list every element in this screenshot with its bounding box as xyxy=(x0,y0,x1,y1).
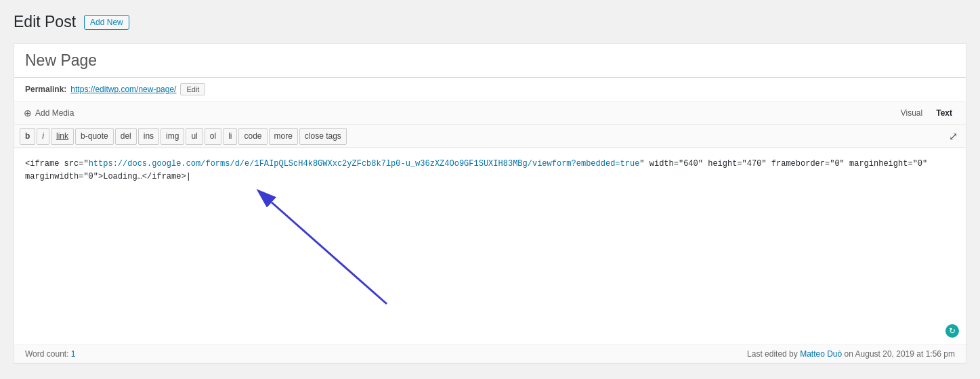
format-ol-button[interactable]: ol xyxy=(205,128,221,145)
editor-name: Matteo Duò xyxy=(800,349,842,359)
format-bold-button[interactable]: b xyxy=(20,128,35,145)
word-count: Word count: 1 xyxy=(25,349,76,359)
svg-line-1 xyxy=(272,202,387,304)
tab-text[interactable]: Text xyxy=(929,106,959,120)
format-ins-button[interactable]: ins xyxy=(138,128,159,145)
scroll-indicator: ↻ xyxy=(945,324,959,338)
add-media-icon: ⊕ xyxy=(24,108,32,118)
toolbar-top: ⊕ Add Media Visual Text xyxy=(14,102,966,125)
last-edited-suffix: on August 20, 2019 at 1:56 pm xyxy=(845,349,955,359)
word-count-value: 1 xyxy=(71,349,76,359)
format-li-button[interactable]: li xyxy=(223,128,237,145)
code-content: <iframe src="https://docs.google.com/for… xyxy=(25,158,955,183)
view-tabs: Visual Text xyxy=(894,106,959,120)
permalink-edit-button[interactable]: Edit xyxy=(180,83,205,95)
format-more-button[interactable]: more xyxy=(269,128,298,145)
format-bquote-button[interactable]: b-quote xyxy=(75,128,114,145)
add-media-label: Add Media xyxy=(35,108,74,118)
format-ul-button[interactable]: ul xyxy=(186,128,203,145)
last-edited: Last edited by Matteo Duò on August 20, … xyxy=(747,349,955,359)
word-count-label: Word count: xyxy=(25,349,68,359)
format-link-button[interactable]: link xyxy=(51,128,74,145)
format-toolbar: b i link b-quote del ins img ul ol li co… xyxy=(14,125,966,148)
format-italic-button[interactable]: i xyxy=(37,128,49,145)
post-title-input[interactable] xyxy=(14,44,966,78)
toolbar-wrapper: ⊕ Add Media Visual Text b i link b-quote… xyxy=(14,102,966,148)
tab-visual[interactable]: Visual xyxy=(894,106,929,120)
permalink-label: Permalink: xyxy=(25,85,66,94)
editor-footer: Word count: 1 Last edited by Matteo Duò … xyxy=(14,344,966,363)
add-media-button[interactable]: ⊕ Add Media xyxy=(21,106,77,120)
expand-button[interactable]: ⤢ xyxy=(946,129,960,144)
format-img-button[interactable]: img xyxy=(161,128,184,145)
permalink-row: Permalink: https://editwp.com/new-page/ … xyxy=(14,78,966,102)
last-edited-text: Last edited by xyxy=(747,349,798,359)
add-new-button[interactable]: Add New xyxy=(84,15,129,30)
format-close-tags-button[interactable]: close tags xyxy=(299,128,347,145)
permalink-url[interactable]: https://editwp.com/new-page/ xyxy=(70,85,176,94)
format-code-button[interactable]: code xyxy=(238,128,267,145)
format-del-button[interactable]: del xyxy=(115,128,137,145)
editor-container: Permalink: https://editwp.com/new-page/ … xyxy=(14,43,966,363)
page-title: Edit Post xyxy=(14,12,76,32)
content-area[interactable]: <iframe src="https://docs.google.com/for… xyxy=(14,148,966,344)
arrow-annotation xyxy=(231,169,407,317)
